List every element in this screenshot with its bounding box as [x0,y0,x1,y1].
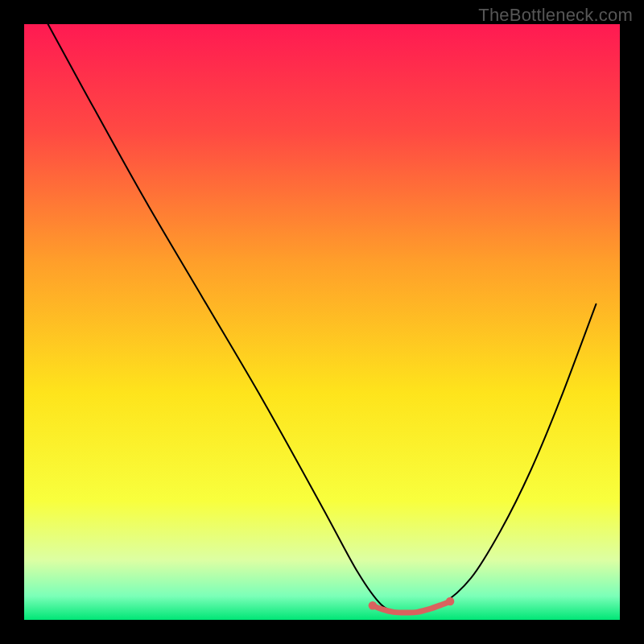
watermark-text: TheBottleneck.com [478,5,633,26]
chart-container: { "watermark": "TheBottleneck.com", "cha… [0,0,644,644]
plot-background [24,24,620,620]
bottleneck-chart [0,0,644,644]
optimal-endpoint-dot [446,597,455,606]
optimal-endpoint-dot [369,601,378,610]
